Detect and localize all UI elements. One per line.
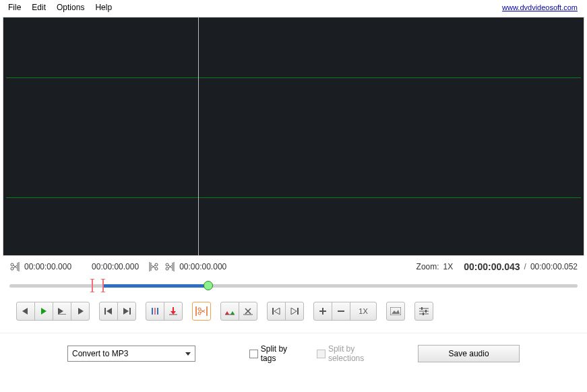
go-end-button[interactable] (285, 302, 304, 321)
svg-rect-52 (425, 310, 427, 313)
image-button[interactable] (386, 302, 405, 321)
seek-track-bg (9, 284, 578, 288)
svg-marker-41 (291, 308, 297, 315)
zoom-label: Zoom: (416, 262, 439, 271)
checkbox-box-disabled-icon (317, 350, 326, 358)
svg-marker-40 (274, 308, 280, 315)
prev-cue-button[interactable] (99, 302, 118, 321)
svg-rect-42 (297, 308, 299, 315)
svg-marker-25 (171, 311, 176, 315)
selection-end-time: 00:00:00.000 (175, 262, 230, 271)
svg-point-29 (198, 308, 201, 311)
go-start-button[interactable] (267, 302, 286, 321)
svg-marker-34 (230, 311, 235, 315)
svg-point-0 (11, 263, 13, 266)
time-separator: / (520, 262, 530, 271)
set-selection-button[interactable] (192, 302, 211, 321)
play-button[interactable] (34, 302, 53, 321)
svg-marker-54 (185, 352, 191, 356)
scissors-close-icon (148, 262, 159, 272)
playhead-line (198, 18, 199, 255)
waveform-channel-top (6, 77, 581, 78)
menu-edit[interactable]: Edit (26, 1, 51, 13)
svg-rect-46 (390, 307, 401, 315)
svg-point-1 (11, 267, 13, 270)
svg-point-8 (166, 263, 168, 266)
total-time: 00:00:00.052 (530, 262, 578, 271)
seek-track-fill (104, 284, 208, 288)
split-by-selections-checkbox: Split by selections (317, 344, 391, 363)
trim-delete-button[interactable] (239, 302, 257, 321)
svg-marker-12 (22, 308, 28, 315)
step-back-button[interactable] (16, 302, 35, 321)
scissors-open2-icon (164, 262, 175, 272)
menu-options[interactable]: Options (51, 1, 90, 13)
play-end-button[interactable] (53, 302, 71, 321)
new-selection-button[interactable] (146, 302, 164, 321)
svg-marker-13 (41, 308, 47, 315)
marker-start[interactable] (92, 279, 93, 292)
menu-help[interactable]: Help (90, 1, 117, 13)
svg-line-31 (201, 310, 205, 313)
svg-marker-33 (225, 311, 229, 315)
next-cue-button[interactable] (117, 302, 136, 321)
step-forward-button[interactable] (71, 302, 90, 321)
svg-line-36 (245, 308, 251, 314)
svg-line-37 (245, 308, 251, 314)
seek-track[interactable] (9, 279, 578, 292)
current-time: 00:00:00.043 (464, 261, 520, 272)
svg-marker-14 (58, 308, 63, 315)
svg-point-30 (198, 312, 201, 315)
zoom-out-button[interactable] (332, 302, 350, 321)
svg-rect-39 (272, 308, 274, 315)
settings-button[interactable] (414, 302, 433, 321)
zoom-value: 1X (439, 262, 458, 271)
svg-rect-51 (421, 307, 423, 310)
zoom-in-button[interactable] (313, 302, 332, 321)
svg-point-4 (155, 263, 158, 266)
checkbox-box-icon (249, 350, 258, 358)
selection-start-time: 00:00:00.000 (20, 262, 75, 271)
svg-rect-17 (104, 308, 106, 315)
svg-point-5 (155, 267, 158, 270)
menu-file[interactable]: File (3, 1, 26, 13)
svg-marker-18 (106, 308, 112, 315)
scissors-open-icon (9, 262, 20, 272)
svg-marker-16 (78, 308, 84, 315)
seek-thumb[interactable] (204, 281, 213, 290)
format-dropdown[interactable]: Convert to MP3 (67, 346, 195, 362)
waveform-view[interactable] (3, 17, 584, 256)
zoom-level-button[interactable]: 1X (350, 302, 377, 321)
save-audio-button[interactable]: Save audio (418, 345, 520, 362)
download-selection-button[interactable] (164, 302, 183, 321)
format-dropdown-label: Convert to MP3 (72, 349, 128, 358)
selection-mid-time: 00:00:00.000 (88, 262, 143, 271)
trim-left-button[interactable] (220, 302, 239, 321)
svg-rect-20 (129, 308, 131, 315)
header-link[interactable]: www.dvdvideosoft.com (502, 3, 584, 11)
svg-line-32 (201, 310, 205, 313)
dropdown-caret-icon (185, 349, 191, 358)
svg-rect-53 (423, 313, 424, 315)
split-by-tags-checkbox[interactable]: Split by tags (249, 344, 303, 363)
svg-marker-47 (392, 310, 400, 314)
waveform-channel-bottom (6, 197, 581, 198)
svg-marker-19 (123, 308, 129, 315)
split-by-tags-label: Split by tags (261, 344, 303, 363)
svg-point-9 (166, 267, 168, 270)
split-by-selections-label: Split by selections (328, 344, 391, 363)
